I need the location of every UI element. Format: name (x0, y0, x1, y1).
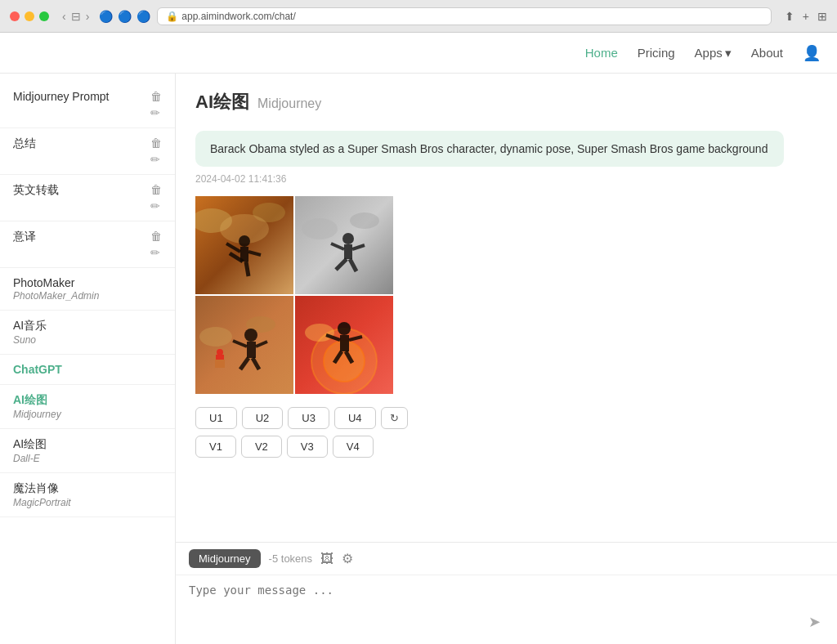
sidebar-item-ai-image-dalle[interactable]: AI绘图 Dall-E (0, 429, 175, 473)
image-upload-icon[interactable]: 🖼 (320, 552, 333, 566)
image-grid (195, 196, 393, 394)
top-nav: Home Pricing Apps ▾ About 👤 (0, 33, 837, 74)
forward-button[interactable]: › (86, 10, 90, 23)
browser-chrome: ‹ ⊟ › 🔵 🔵 🔵 🔒 app.aimindwork.com/chat/ ⬆… (0, 0, 837, 33)
refresh-button[interactable]: ↻ (381, 407, 408, 429)
generated-image-4[interactable] (295, 296, 393, 394)
generated-image-3[interactable] (195, 296, 293, 394)
svg-rect-24 (215, 360, 225, 368)
svg-rect-14 (344, 244, 352, 259)
chat-area: AI绘图 Midjourney Barack Obama styled as a… (176, 74, 837, 542)
address-bar[interactable]: 🔒 app.aimindwork.com/chat/ (157, 7, 771, 25)
main-content: AI绘图 Midjourney Barack Obama styled as a… (176, 74, 837, 644)
delete-icon[interactable]: 🗑 (150, 230, 162, 243)
svg-point-13 (342, 233, 354, 244)
input-area: Midjourney -5 tokens 🖼 ⚙ ➤ (176, 542, 837, 644)
upscale-buttons: U1 U2 U3 U4 ↻ (195, 407, 817, 429)
message-input-wrapper: ➤ (176, 575, 837, 644)
nav-apps[interactable]: Apps ▾ (695, 46, 732, 60)
back-button[interactable]: ‹ (62, 10, 66, 23)
ext-icon-3: 🔵 (137, 10, 150, 23)
edit-icon[interactable]: ✏ (150, 106, 162, 119)
url-text: app.aimindwork.com/chat/ (181, 11, 295, 22)
message-input[interactable] (189, 584, 824, 633)
variation-buttons: V1 V2 V3 V4 (195, 436, 817, 458)
generated-image-1[interactable] (195, 196, 293, 294)
edit-icon[interactable]: ✏ (150, 246, 162, 259)
sidebar-item-midjourney-prompt[interactable]: Midjourney Prompt 🗑 ✏ (0, 82, 175, 128)
variation-v4-button[interactable]: V4 (333, 436, 374, 458)
message-bubble: Barack Obama styled as a Super Smash Bro… (195, 131, 784, 167)
svg-rect-36 (340, 335, 349, 351)
sidebar-item-magic-portrait[interactable]: 魔法肖像 MagicPortrait (0, 473, 175, 517)
bookmark-icon[interactable]: + (803, 10, 809, 23)
svg-point-34 (305, 324, 334, 342)
user-icon[interactable]: 👤 (803, 44, 821, 62)
svg-rect-26 (247, 342, 256, 358)
variation-v2-button[interactable]: V2 (241, 436, 282, 458)
sidebar-item-summary[interactable]: 总结 🗑 ✏ (0, 128, 175, 175)
variation-v1-button[interactable]: V1 (195, 436, 236, 458)
send-button[interactable]: ➤ (808, 613, 821, 631)
tabs-icon[interactable]: ⊞ (817, 10, 827, 23)
sidebar-item-photomaker[interactable]: PhotoMaker PhotoMaker_Admin (0, 268, 175, 311)
nav-home[interactable]: Home (585, 46, 618, 60)
ext-icon-2: 🔵 (118, 10, 132, 23)
input-toolbar: Midjourney -5 tokens 🖼 ⚙ (176, 543, 837, 575)
minimize-button[interactable] (25, 11, 34, 21)
upscale-u1-button[interactable]: U1 (195, 407, 237, 429)
window-icon[interactable]: ⊟ (71, 10, 81, 23)
maximize-button[interactable] (39, 11, 49, 21)
token-count: -5 tokens (269, 552, 312, 565)
lock-icon: 🔒 (166, 11, 178, 22)
message-timestamp: 2024-04-02 11:41:36 (195, 173, 817, 185)
svg-point-4 (239, 235, 250, 247)
upscale-u3-button[interactable]: U3 (288, 407, 329, 429)
upscale-u2-button[interactable]: U2 (242, 407, 284, 429)
generated-image-2[interactable] (295, 196, 393, 294)
edit-icon[interactable]: ✏ (150, 153, 162, 166)
sidebar-item-chatgpt[interactable]: ChatGPT (0, 355, 175, 385)
sidebar-item-ai-music[interactable]: AI音乐 Suno (0, 311, 175, 355)
settings-icon[interactable]: ⚙ (342, 551, 353, 566)
svg-point-25 (244, 329, 257, 342)
variation-v3-button[interactable]: V3 (287, 436, 328, 458)
sidebar-item-ai-image-midjourney[interactable]: AI绘图 Midjourney (0, 385, 175, 429)
chevron-down-icon: ▾ (725, 46, 732, 60)
traffic-lights (10, 11, 49, 21)
sidebar: Midjourney Prompt 🗑 ✏ 总结 🗑 ✏ 英文转载 🗑 (0, 74, 176, 644)
svg-point-11 (302, 218, 338, 239)
sidebar-item-english-translate[interactable]: 英文转载 🗑 ✏ (0, 175, 175, 221)
svg-point-12 (350, 212, 379, 229)
browser-navigation: ‹ ⊟ › (62, 10, 89, 23)
delete-icon[interactable]: 🗑 (150, 183, 162, 196)
nav-pricing[interactable]: Pricing (638, 46, 675, 60)
upscale-u4-button[interactable]: U4 (334, 407, 376, 429)
svg-point-35 (338, 322, 351, 335)
share-icon[interactable]: ⬆ (785, 10, 794, 23)
delete-icon[interactable]: 🗑 (150, 90, 162, 103)
svg-point-23 (217, 349, 223, 356)
browser-actions: ⬆ + ⊞ (785, 10, 827, 23)
delete-icon[interactable]: 🗑 (150, 136, 162, 150)
edit-icon[interactable]: ✏ (150, 199, 162, 212)
nav-about[interactable]: About (751, 46, 783, 60)
send-icon: ➤ (808, 614, 821, 630)
sidebar-item-translate[interactable]: 意译 🗑 ✏ (0, 221, 175, 268)
svg-line-9 (246, 262, 248, 276)
close-button[interactable] (10, 11, 20, 21)
svg-point-20 (199, 327, 232, 347)
page-title: AI绘图 Midjourney (195, 90, 817, 114)
model-selector[interactable]: Midjourney (189, 549, 261, 568)
app-layout: Midjourney Prompt 🗑 ✏ 总结 🗑 ✏ 英文转载 🗑 (0, 74, 837, 644)
ext-icon-1: 🔵 (99, 10, 113, 23)
